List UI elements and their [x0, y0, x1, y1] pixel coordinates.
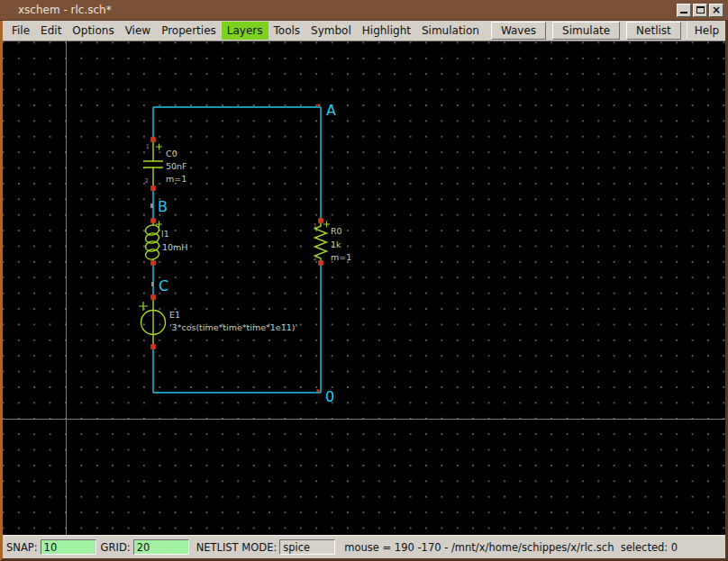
menu-simulation[interactable]: Simulation: [416, 22, 485, 40]
capacitor-c0[interactable]: 1 2 C0 50nF m=1: [143, 140, 187, 188]
inductor-symbol: [145, 222, 162, 264]
snap-input[interactable]: [41, 539, 96, 555]
net-label-b[interactable]: B: [158, 198, 168, 215]
plus-mark: [323, 222, 330, 228]
net-label-c[interactable]: C: [159, 277, 168, 294]
res-ref-label: R0: [331, 226, 342, 236]
waves-button[interactable]: Waves: [491, 22, 546, 40]
ind-value-label: 10mH: [162, 242, 188, 252]
simulate-button[interactable]: Simulate: [552, 22, 620, 40]
menu-symbol[interactable]: Symbol: [305, 22, 357, 40]
schematic-canvas[interactable]: 1 2 C0 50nF m=1 l1 10mH: [3, 41, 725, 535]
mouse-status-text: mouse = 190 -170 - /mnt/x/home/schippes/…: [344, 541, 678, 554]
res-mult-label: m=1: [331, 252, 351, 262]
src-ref-label: E1: [169, 310, 180, 320]
cap-mult-label: m=1: [166, 174, 187, 184]
plus-mark: [156, 144, 162, 150]
grid-label: GRID:: [101, 541, 131, 554]
xschem-window: xschem - rlc.sch* × File Edit Options Vi…: [0, 0, 728, 561]
menu-help[interactable]: Help: [689, 22, 724, 40]
schematic-drawing: 1 2 C0 50nF m=1 l1 10mH: [3, 41, 725, 535]
source-symbol: [139, 297, 166, 347]
close-button[interactable]: ×: [709, 4, 723, 17]
src-value-label: '3*cos(time*time*time*1e11)': [169, 322, 297, 332]
menu-edit[interactable]: Edit: [35, 22, 67, 40]
net-label-a[interactable]: A: [326, 102, 336, 119]
resistor-r0[interactable]: 1 2 R0 1k m=1: [314, 221, 351, 263]
maximize-icon: [696, 6, 705, 14]
cap-pin2-number: 2: [145, 177, 149, 185]
res-pin1-number: 1: [314, 222, 317, 230]
netlist-button[interactable]: Netlist: [626, 22, 681, 40]
menubar-separator: [687, 23, 687, 39]
menu-highlight[interactable]: Highlight: [357, 22, 416, 40]
window-title: xschem - rlc.sch*: [18, 4, 675, 16]
menu-layers[interactable]: Layers: [222, 22, 268, 40]
menu-properties[interactable]: Properties: [156, 22, 222, 40]
ind-ref-label: l1: [161, 229, 169, 239]
plus-mark: [139, 302, 148, 311]
snap-label: SNAP:: [6, 541, 38, 554]
netlist-mode-label: NETLIST MODE:: [196, 541, 278, 554]
minimize-button[interactable]: [677, 4, 691, 17]
menubar: File Edit Options View Properties Layers…: [3, 21, 725, 41]
net-label-gnd[interactable]: 0: [325, 388, 334, 405]
grid-input[interactable]: [133, 539, 189, 555]
cap-value-label: 50nF: [166, 161, 187, 171]
source-e1[interactable]: E1 '3*cos(time*time*time*1e11)': [139, 297, 297, 347]
netlist-mode-input[interactable]: [279, 539, 335, 555]
menu-view[interactable]: View: [120, 22, 156, 40]
titlebar[interactable]: xschem - rlc.sch* ×: [0, 0, 728, 21]
inductor-l1[interactable]: l1 10mH: [145, 222, 188, 264]
res-pin2-number: 2: [314, 255, 317, 262]
cap-ref-label: C0: [166, 149, 177, 158]
minimize-icon: [680, 12, 687, 14]
close-icon: ×: [712, 5, 721, 15]
res-value-label: 1k: [331, 240, 341, 249]
menu-tools[interactable]: Tools: [268, 22, 306, 40]
maximize-button[interactable]: [693, 4, 707, 17]
menu-file[interactable]: File: [6, 22, 35, 40]
statusbar: SNAP: GRID: NETLIST MODE: mouse = 190 -1…: [3, 535, 725, 558]
menu-options[interactable]: Options: [67, 22, 119, 40]
cap-pin1-number: 1: [146, 143, 150, 150]
